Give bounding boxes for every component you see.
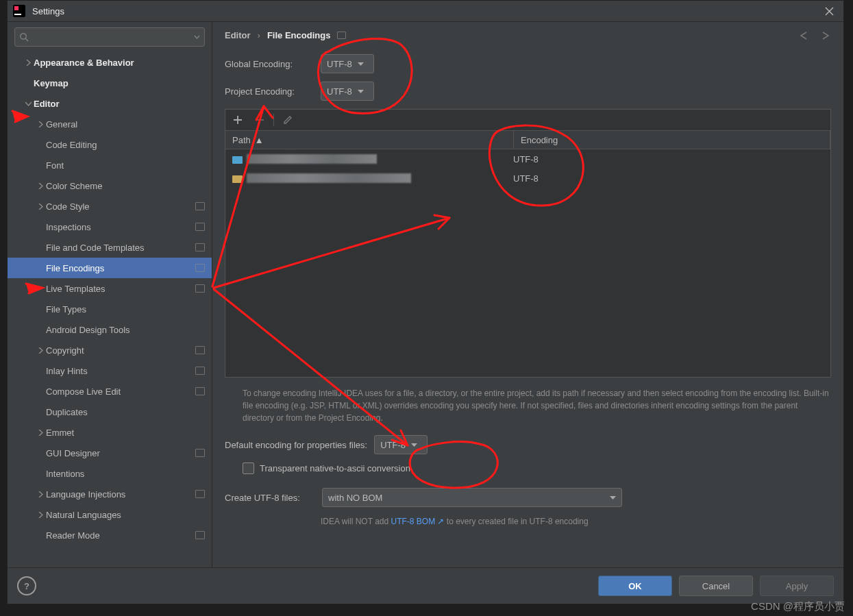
project-scope-icon [195,367,205,375]
tree-label: Color Scheme [46,181,205,191]
tree-label: Live Templates [46,284,195,294]
project-scope-icon [195,202,205,210]
search-input[interactable] [14,27,205,47]
tree-item-color-scheme[interactable]: Color Scheme [8,175,212,196]
svg-rect-5 [232,156,243,164]
chevron-right-icon [35,430,46,436]
help-button[interactable]: ? [17,576,36,595]
remove-button[interactable] [251,112,268,128]
project-scope-icon [195,346,205,354]
search-box [8,22,212,52]
tree-item-general[interactable]: General [8,114,212,134]
svg-point-3 [21,34,26,39]
encoding-cell: UTF-8 [506,173,830,184]
project-scope-icon [195,223,205,231]
default-props-label: Default encoding for properties files: [225,440,367,450]
project-scope-icon [195,449,205,457]
tree-item-inlay-hints[interactable]: Inlay Hints [8,360,212,381]
tree-item-natural-languages[interactable]: Natural Languages [8,504,212,525]
chevron-down-icon [23,101,34,107]
project-encoding-dropdown[interactable]: UTF-8 [321,82,374,101]
sidebar: Appearance & BehaviorKeymapEditorGeneral… [8,22,212,567]
tree-item-editor[interactable]: Editor [8,93,212,114]
scope-icon[interactable] [337,32,346,39]
tree-label: Editor [34,99,205,109]
tree-item-emmet[interactable]: Emmet [8,422,212,443]
apply-button[interactable]: Apply [760,576,834,596]
tree-item-compose-live-edit[interactable]: Compose Live Edit [8,381,212,402]
table-row[interactable]: UTF-8 [225,169,830,188]
tree-label: Copyright [46,345,195,356]
chevron-down-icon [610,495,616,501]
default-props-value: UTF-8 [380,440,406,450]
encoding-cell: UTF-8 [506,154,830,164]
help-text: To change encoding IntelliJ IDEA uses fo… [243,387,831,424]
tree-item-code-style[interactable]: Code Style [8,196,212,217]
tree-item-reader-mode[interactable]: Reader Mode [8,525,212,545]
chevron-right-icon [35,491,46,497]
tree-item-file-encodings[interactable]: File Encodings [8,258,212,278]
chevron-right-icon [35,204,46,210]
chevron-right-icon [35,512,46,518]
dialog-footer: ? OK Cancel Apply [8,567,843,604]
project-scope-icon [195,387,205,395]
tree-item-language-injections[interactable]: Language Injections [8,484,212,504]
tree-label: Duplicates [46,407,205,417]
tree-label: Code Editing [46,140,205,150]
svg-rect-1 [14,6,18,10]
tree-label: Keymap [34,78,205,88]
add-button[interactable] [230,112,246,128]
nav-back-icon[interactable] [798,31,811,40]
tree-label: Emmet [46,428,205,438]
tree-item-code-editing[interactable]: Code Editing [8,134,212,155]
tree-label: Android Design Tools [46,325,205,335]
table-row[interactable]: UTF-8 [225,149,830,169]
titlebar: Settings [8,1,843,21]
tree-label: File Encodings [46,263,195,273]
global-encoding-dropdown[interactable]: UTF-8 [321,54,374,73]
settings-dialog: Settings Appearance & BehaviorKeymapEdit… [7,0,844,604]
tree-item-android-design-tools[interactable]: Android Design Tools [8,319,212,340]
edit-button[interactable] [280,112,296,128]
tree-label: Language Injections [46,489,195,500]
chevron-down-icon [411,442,417,448]
tree-item-font[interactable]: Font [8,155,212,175]
bom-link[interactable]: UTF-8 BOM [391,517,435,526]
cancel-button[interactable]: Cancel [679,576,753,596]
tree-label: Inspections [46,222,195,232]
global-encoding-value: UTF-8 [327,59,352,69]
tree-item-intentions[interactable]: Intentions [8,463,212,484]
transparent-ascii-label: Transparent native-to-ascii conversion [260,463,410,473]
tree-label: File Types [46,304,205,315]
create-files-value: with NO BOM [328,493,382,503]
tree-item-keymap[interactable]: Keymap [8,73,212,93]
chevron-right-icon [35,183,46,189]
tree-item-live-templates[interactable]: Live Templates [8,278,212,299]
column-encoding[interactable]: Encoding [514,131,830,149]
close-button[interactable] [821,4,838,19]
chevron-down-icon [358,61,364,67]
tree-item-file-and-code-templates[interactable]: File and Code Templates [8,237,212,258]
project-scope-icon [195,284,205,293]
project-encoding-label: Project Encoding: [225,86,314,97]
breadcrumb-root[interactable]: Editor [225,30,251,40]
module-icon [232,174,243,183]
nav-forward-icon[interactable] [819,31,831,40]
tree-item-copyright[interactable]: Copyright [8,340,212,360]
tree-item-appearance-behavior[interactable]: Appearance & Behavior [8,52,212,73]
settings-tree[interactable]: Appearance & BehaviorKeymapEditorGeneral… [8,52,212,567]
create-files-dropdown[interactable]: with NO BOM [322,488,622,507]
tree-item-gui-designer[interactable]: GUI Designer [8,443,212,463]
tree-item-inspections[interactable]: Inspections [8,217,212,237]
ok-button[interactable]: OK [598,576,672,596]
app-icon [13,5,25,17]
window-title: Settings [32,6,64,16]
transparent-ascii-checkbox[interactable] [243,463,254,474]
column-path[interactable]: Path▲ [225,131,514,149]
global-encoding-label: Global Encoding: [225,59,314,69]
default-props-dropdown[interactable]: UTF-8 [374,435,428,454]
tree-item-duplicates[interactable]: Duplicates [8,402,212,422]
chevron-right-icon [23,60,34,66]
chevron-down-icon [358,88,364,95]
tree-item-file-types[interactable]: File Types [8,299,212,319]
